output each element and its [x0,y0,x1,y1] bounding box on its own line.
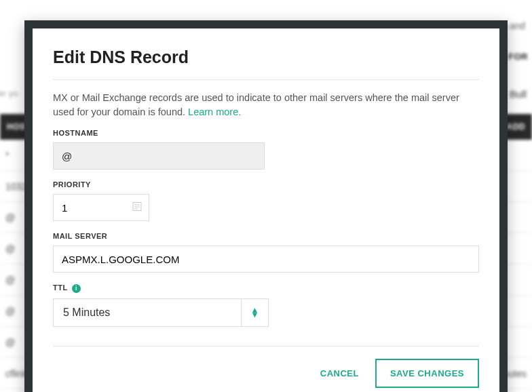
svg-rect-2 [134,207,140,208]
mail-server-input[interactable] [62,246,470,272]
field-ttl: TTL i 5 Minutes ▲▼ [53,283,479,327]
edit-dns-record-modal: Edit DNS Record MX or Mail Exchange reco… [24,20,508,392]
svg-rect-3 [134,209,138,210]
hostname-value: @ [62,151,72,162]
cancel-button[interactable]: CANCEL [316,361,363,385]
modal-description: MX or Mail Exchange records are used to … [53,91,479,119]
ttl-select-toggle[interactable]: ▲▼ [242,298,269,327]
ttl-select[interactable]: 5 Minutes ▲▼ [53,298,479,327]
number-stepper-icon[interactable] [132,202,142,214]
ttl-select-value[interactable]: 5 Minutes [53,298,242,327]
mail-server-input-wrap[interactable] [53,246,479,273]
modal-footer: CANCEL SAVE CHANGES [53,346,479,388]
modal-overlay: Edit DNS Record MX or Mail Exchange reco… [0,0,532,392]
ttl-label-text: TTL [53,283,67,292]
save-changes-button[interactable]: SAVE CHANGES [375,359,479,388]
field-priority: PRIORITY [53,180,479,221]
hostname-input: @ [53,142,265,170]
mail-server-label: MAIL SERVER [53,232,479,240]
field-mail-server: MAIL SERVER [53,232,479,273]
chevron-up-down-icon: ▲▼ [251,308,259,317]
info-icon[interactable]: i [72,284,81,293]
priority-input[interactable] [62,195,140,220]
hostname-label: HOSTNAME [53,129,479,137]
priority-label: PRIORITY [53,180,479,189]
svg-rect-1 [134,205,140,205]
modal-title: Edit DNS Record [53,47,479,67]
ttl-label: TTL i [53,283,479,293]
field-hostname: HOSTNAME @ [53,129,479,170]
divider [53,79,479,80]
learn-more-link[interactable]: Learn more. [188,106,241,117]
priority-input-wrap[interactable] [53,194,149,221]
description-text: MX or Mail Exchange records are used to … [53,92,459,117]
